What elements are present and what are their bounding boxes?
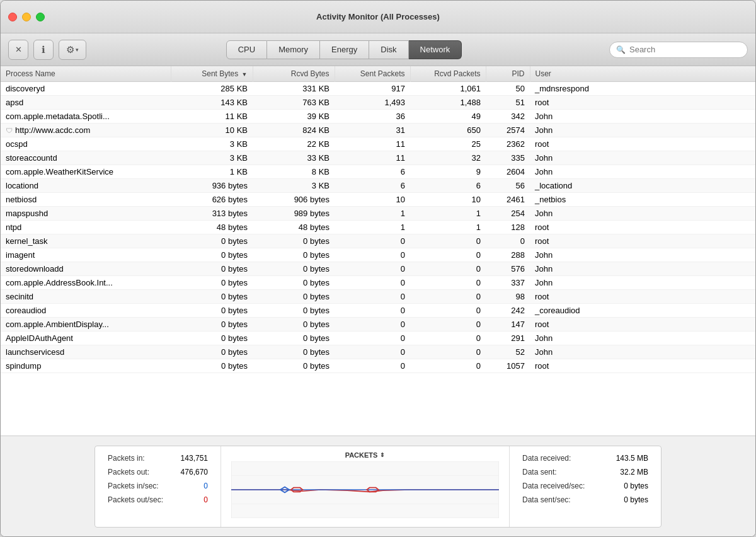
table-row[interactable]: storeaccountd3 KB33 KB1132335John	[1, 151, 755, 165]
maximize-button[interactable]	[36, 13, 45, 21]
cell-sent-packets: 11	[335, 151, 410, 165]
cell-pid: 56	[486, 179, 530, 193]
table-row[interactable]: kernel_task0 bytes0 bytes000root	[1, 234, 755, 248]
tab-disk[interactable]: Disk	[369, 40, 408, 59]
cell-sent-packets: 11	[335, 137, 410, 151]
packets-in-label: Packets in:	[108, 454, 145, 463]
sort-arrow-sent: ▼	[242, 71, 248, 78]
cell-rcvd-packets: 650	[410, 124, 486, 137]
col-header-sent-packets[interactable]: Sent Packets	[335, 66, 410, 82]
table-row[interactable]: storedownloadd0 bytes0 bytes00576John	[1, 262, 755, 276]
cell-sent-packets: 0	[335, 318, 410, 332]
close-button[interactable]	[8, 13, 17, 21]
gear-button[interactable]: ⚙ ▾	[59, 40, 86, 60]
table-row[interactable]: 🛡http://www.acdc.com10 KB824 KB316502574…	[1, 124, 755, 137]
col-header-pid[interactable]: PID	[486, 66, 530, 82]
cell-process-name: kernel_task	[1, 234, 171, 248]
table-row[interactable]: AppleIDAuthAgent0 bytes0 bytes00291John	[1, 332, 755, 345]
cell-sent-packets: 0	[335, 248, 410, 262]
table-row[interactable]: locationd936 bytes3 KB6656_locationd	[1, 179, 755, 193]
cell-process-name: apsd	[1, 96, 171, 110]
col-header-rcvd-bytes[interactable]: Rcvd Bytes	[253, 66, 335, 82]
search-icon: 🔍	[616, 45, 626, 54]
packets-chart	[231, 461, 499, 518]
packets-in-sec-row: Packets in/sec: 0	[108, 482, 208, 490]
cell-user: John	[530, 124, 755, 137]
cell-user: root	[530, 318, 755, 332]
cell-rcvd-bytes: 906 bytes	[253, 193, 335, 207]
cell-sent-bytes: 0 bytes	[171, 276, 253, 290]
table-row[interactable]: com.apple.AddressBook.Int...0 bytes0 byt…	[1, 276, 755, 290]
table-row[interactable]: com.apple.metadata.Spotli...11 KB39 KB36…	[1, 110, 755, 124]
cell-rcvd-bytes: 824 KB	[253, 124, 335, 137]
tab-energy[interactable]: Energy	[320, 40, 369, 59]
table-row[interactable]: ocspd3 KB22 KB11252362root	[1, 137, 755, 151]
cell-rcvd-packets: 0	[410, 276, 486, 290]
cell-rcvd-bytes: 0 bytes	[253, 262, 335, 276]
col-header-rcvd-packets[interactable]: Rcvd Packets	[410, 66, 486, 82]
info-button[interactable]: ℹ	[33, 40, 54, 60]
cell-pid: 576	[486, 262, 530, 276]
data-sent-sec-label: Data sent/sec:	[522, 495, 571, 504]
table-row[interactable]: netbiosd626 bytes906 bytes10102461_netbi…	[1, 193, 755, 207]
table-row[interactable]: imagent0 bytes0 bytes00288John	[1, 248, 755, 262]
tab-cpu[interactable]: CPU	[226, 40, 267, 59]
window-title: Activity Monitor (All Processes)	[316, 12, 440, 21]
cell-process-name: coreaudiod	[1, 304, 171, 318]
cell-process-name: discoveryd	[1, 82, 171, 96]
cell-rcvd-packets: 1,488	[410, 96, 486, 110]
cell-rcvd-bytes: 763 KB	[253, 96, 335, 110]
table-row[interactable]: mapspushd313 bytes989 bytes11254John	[1, 207, 755, 221]
table-row[interactable]: ntpd48 bytes48 bytes11128root	[1, 221, 755, 234]
table-row[interactable]: com.apple.AmbientDisplay...0 bytes0 byte…	[1, 318, 755, 332]
cell-user: root	[530, 96, 755, 110]
cell-sent-packets: 31	[335, 124, 410, 137]
cell-sent-packets: 1	[335, 207, 410, 221]
packets-out-sec-row: Packets out/sec: 0	[108, 495, 208, 504]
cell-sent-bytes: 626 bytes	[171, 193, 253, 207]
cell-rcvd-packets: 1	[410, 221, 486, 234]
search-box[interactable]: 🔍	[609, 42, 748, 58]
table-row[interactable]: discoveryd285 KB331 KB9171,06150_mdnsres…	[1, 82, 755, 96]
cell-process-name: mapspushd	[1, 207, 171, 221]
cell-sent-bytes: 3 KB	[171, 137, 253, 151]
cell-user: John	[530, 332, 755, 345]
table-row[interactable]: com.apple.WeatherKitService1 KB8 KB69260…	[1, 165, 755, 179]
col-header-sent-bytes[interactable]: Sent Bytes ▼	[171, 66, 253, 82]
tab-network[interactable]: Network	[409, 40, 462, 59]
cell-user: John	[530, 110, 755, 124]
info-icon: ℹ	[42, 44, 45, 55]
cell-user: _netbios	[530, 193, 755, 207]
table-row[interactable]: spindump0 bytes0 bytes001057root	[1, 359, 755, 373]
cell-sent-packets: 0	[335, 304, 410, 318]
cell-sent-bytes: 0 bytes	[171, 318, 253, 332]
cell-process-name: com.apple.metadata.Spotli...	[1, 110, 171, 124]
table-row[interactable]: coreaudiod0 bytes0 bytes00242_coreaudiod	[1, 304, 755, 318]
search-input[interactable]	[629, 45, 741, 54]
minimize-button[interactable]	[22, 13, 31, 21]
main-window: Activity Monitor (All Processes) ✕ ℹ ⚙ ▾…	[0, 0, 756, 537]
cell-sent-bytes: 143 KB	[171, 96, 253, 110]
cell-sent-packets: 0	[335, 276, 410, 290]
cell-pid: 2461	[486, 193, 530, 207]
cell-rcvd-bytes: 39 KB	[253, 110, 335, 124]
chart-area: PACKETS ⇕	[221, 446, 510, 527]
cell-rcvd-packets: 10	[410, 193, 486, 207]
close-process-button[interactable]: ✕	[8, 40, 28, 60]
data-sent-row: Data sent: 32.2 MB	[522, 468, 648, 476]
cell-sent-packets: 917	[335, 82, 410, 96]
table-row[interactable]: apsd143 KB763 KB1,4931,48851root	[1, 96, 755, 110]
col-header-user[interactable]: User	[530, 66, 755, 82]
cell-user: _coreaudiod	[530, 304, 755, 318]
tab-memory[interactable]: Memory	[267, 40, 320, 59]
cell-rcvd-bytes: 8 KB	[253, 165, 335, 179]
cell-user: John	[530, 262, 755, 276]
table-row[interactable]: launchservicesd0 bytes0 bytes0052John	[1, 345, 755, 359]
packets-out-sec-value: 0	[203, 495, 208, 504]
data-received-value: 143.5 MB	[616, 454, 648, 463]
cell-process-name: ntpd	[1, 221, 171, 234]
col-header-name[interactable]: Process Name	[1, 66, 171, 82]
table-row[interactable]: secinitd0 bytes0 bytes0098root	[1, 290, 755, 304]
cell-process-name: ocspd	[1, 137, 171, 151]
cell-rcvd-packets: 0	[410, 248, 486, 262]
